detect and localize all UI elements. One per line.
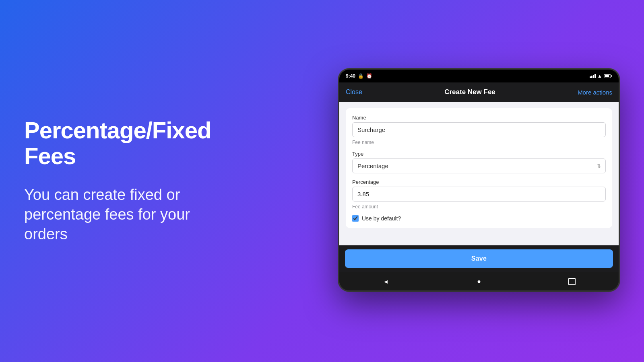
- save-button[interactable]: Save: [345, 249, 613, 268]
- status-right: ▲: [590, 73, 612, 79]
- signal-bars-icon: [590, 74, 596, 78]
- type-select[interactable]: Percentage Fixed: [352, 158, 606, 173]
- tablet: 9:40 🔒 ⏰ ▲: [338, 68, 620, 292]
- percentage-hint: Fee amount: [352, 204, 606, 210]
- tablet-container: 9:40 🔒 ⏰ ▲: [338, 68, 620, 294]
- signal-bar-3: [593, 75, 594, 78]
- signal-bar-1: [590, 76, 591, 78]
- use-by-default-row: Use by default?: [352, 215, 606, 222]
- signal-bar-2: [591, 76, 592, 78]
- name-field-group: Name Fee name: [352, 115, 606, 145]
- use-by-default-checkbox[interactable]: [352, 215, 359, 222]
- type-label: Type: [352, 151, 606, 157]
- percentage-field-group: Percentage Fee amount: [352, 179, 606, 210]
- nav-recents-button[interactable]: [564, 274, 580, 290]
- use-by-default-label[interactable]: Use by default?: [362, 215, 401, 222]
- sub-text: You can create fixed or percentage fees …: [24, 185, 225, 245]
- name-hint: Fee name: [352, 140, 606, 145]
- close-button[interactable]: Close: [346, 88, 362, 96]
- wifi-icon: ▲: [597, 73, 602, 79]
- form-card: Name Fee name Type Percentage Fixed ⇅: [346, 108, 612, 228]
- lock-icon: 🔒: [358, 73, 364, 79]
- nav-back-button[interactable]: [378, 274, 394, 290]
- time-display: 9:40: [346, 73, 355, 79]
- left-panel: Percentage/Fixed Fees You can create fix…: [0, 85, 250, 277]
- name-input[interactable]: [352, 122, 606, 137]
- status-bar: 9:40 🔒 ⏰ ▲: [339, 70, 619, 82]
- percentage-input[interactable]: [352, 187, 606, 202]
- type-field-group: Type Percentage Fixed ⇅: [352, 151, 606, 173]
- name-label: Name: [352, 115, 606, 121]
- more-actions-button[interactable]: More actions: [578, 89, 612, 96]
- bottom-nav: [339, 272, 619, 290]
- nav-home-button[interactable]: [471, 274, 487, 290]
- type-select-wrapper: Percentage Fixed ⇅: [352, 158, 606, 173]
- nav-title: Create New Fee: [444, 88, 495, 96]
- percentage-label: Percentage: [352, 179, 606, 185]
- content-area: Name Fee name Type Percentage Fixed ⇅: [339, 102, 619, 245]
- main-heading: Percentage/Fixed Fees: [24, 117, 225, 169]
- status-left: 9:40 🔒 ⏰: [346, 73, 372, 79]
- top-nav: Close Create New Fee More actions: [339, 82, 619, 102]
- signal-bar-4: [594, 74, 596, 78]
- save-button-container: Save: [339, 245, 619, 272]
- alarm-icon: ⏰: [366, 73, 372, 79]
- battery-icon: [604, 74, 612, 78]
